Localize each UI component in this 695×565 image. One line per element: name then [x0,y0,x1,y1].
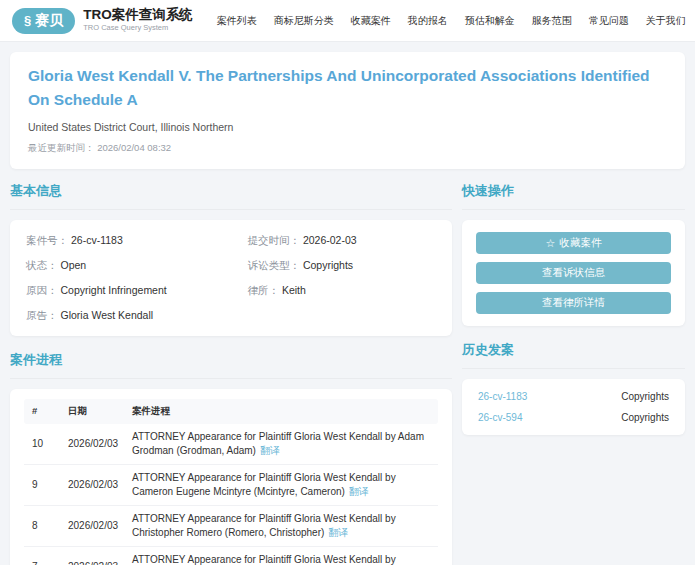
field-case-number: 案件号：26-cv-1183 [26,234,247,247]
nav-faq[interactable]: 常见问题 [589,14,629,28]
field-cause: 原因：Copyright Infringement [26,284,247,297]
brand: § 赛贝 TRO案件查询系统 TRO Case Query System [12,8,193,34]
view-lawfirm-button[interactable]: 查看律所详情 [476,292,671,314]
updated-line: 最近更新时间： 2026/02/04 08:32 [28,142,667,155]
nav-settlement-estimate[interactable]: 预估和解金 [465,14,515,28]
logo[interactable]: § 赛贝 [12,8,75,34]
basic-info-card: 案件号：26-cv-1183 提交时间：2026-02-03 状态：Open 诉… [10,220,452,336]
updated-value: 2026/02/04 08:32 [97,142,171,153]
app-title: TRO案件查询系统 [83,8,193,23]
court-line: United States District Court, Illinois N… [28,121,667,133]
logo-icon: § [24,13,31,28]
app-titles: TRO案件查询系统 TRO Case Query System [83,8,193,32]
history-row: 26-cv-594 Copyrights [478,412,669,423]
case-title: Gloria West Kendall V. The Partnerships … [28,64,667,112]
nav-nice-classification[interactable]: 商标尼斯分类 [274,14,334,28]
history-title: 历史发案 [462,341,685,359]
nav-about-us[interactable]: 关于我们 [646,14,686,28]
field-status: 状态：Open [26,259,247,272]
col-progress: 案件进程 [132,405,430,418]
divider [10,209,452,210]
divider [462,368,685,369]
table-row: 9 2026/02/03 ATTORNEY Appearance for Pla… [24,465,438,506]
nav-favorite-cases[interactable]: 收藏案件 [351,14,391,28]
main-nav: 案件列表 商标尼斯分类 收藏案件 我的报名 预估和解金 服务范围 常见问题 关于… [217,14,686,28]
quick-actions-section: 快速操作 ☆ 收藏案件 查看诉状信息 查看律所详情 [462,182,685,326]
quick-actions-card: ☆ 收藏案件 查看诉状信息 查看律所详情 [462,220,685,326]
basic-info-section: 基本信息 案件号：26-cv-1183 提交时间：2026-02-03 状态：O… [10,182,452,336]
divider [10,378,452,379]
table-row: 10 2026/02/03 ATTORNEY Appearance for Pl… [24,424,438,465]
view-complaint-button[interactable]: 查看诉状信息 [476,262,671,284]
translate-link[interactable]: 翻译 [349,486,369,497]
star-icon: ☆ [546,237,556,250]
event-text: ATTORNEY Appearance for Plaintiff Gloria… [132,554,396,565]
history-section: 历史发案 26-cv-1183 Copyrights 26-cv-594 Cop… [462,341,685,435]
history-case-link[interactable]: 26-cv-1183 [478,391,527,402]
history-case-type: Copyrights [621,412,669,423]
app-subtitle: TRO Case Query System [83,24,193,32]
nav-case-list[interactable]: 案件列表 [217,14,257,28]
top-navbar: § 赛贝 TRO案件查询系统 TRO Case Query System 案件列… [0,0,695,42]
field-litigation-type: 诉讼类型：Copyrights [247,259,436,272]
case-progress-section: 案件进程 # 日期 案件进程 10 2026/02/03 ATTORNEY Ap… [10,351,452,565]
history-card: 26-cv-1183 Copyrights 26-cv-594 Copyrigh… [462,379,685,435]
basic-info-title: 基本信息 [10,182,452,200]
nav-my-registration[interactable]: 我的报名 [408,14,448,28]
table-row: 8 2026/02/03 ATTORNEY Appearance for Pla… [24,506,438,547]
table-row: 7 2026/02/03 ATTORNEY Appearance for Pla… [24,547,438,565]
case-progress-title: 案件进程 [10,351,452,369]
col-date: 日期 [68,405,132,418]
divider [462,209,685,210]
table-header: # 日期 案件进程 [24,399,438,424]
logo-text: 赛贝 [35,12,63,30]
case-title-card: Gloria West Kendall V. The Partnerships … [10,52,685,169]
nav-service-scope[interactable]: 服务范围 [532,14,572,28]
history-case-type: Copyrights [621,391,669,402]
field-plaintiff: 原告：Gloria West Kendall [26,309,247,322]
page-content: Gloria West Kendall V. The Partnerships … [0,42,695,565]
quick-actions-title: 快速操作 [462,182,685,200]
translate-link[interactable]: 翻译 [328,527,348,538]
col-num: # [32,405,68,418]
history-row: 26-cv-1183 Copyrights [478,391,669,402]
history-case-link[interactable]: 26-cv-594 [478,412,522,423]
field-filing-date: 提交时间：2026-02-03 [247,234,436,247]
updated-label: 最近更新时间： [28,142,95,153]
event-text: ATTORNEY Appearance for Plaintiff Gloria… [132,513,396,538]
translate-link[interactable]: 翻译 [260,445,280,456]
field-law-firm: 律所：Keith [247,284,436,297]
favorite-case-button[interactable]: ☆ 收藏案件 [476,232,671,254]
case-progress-card: # 日期 案件进程 10 2026/02/03 ATTORNEY Appeara… [10,389,452,565]
